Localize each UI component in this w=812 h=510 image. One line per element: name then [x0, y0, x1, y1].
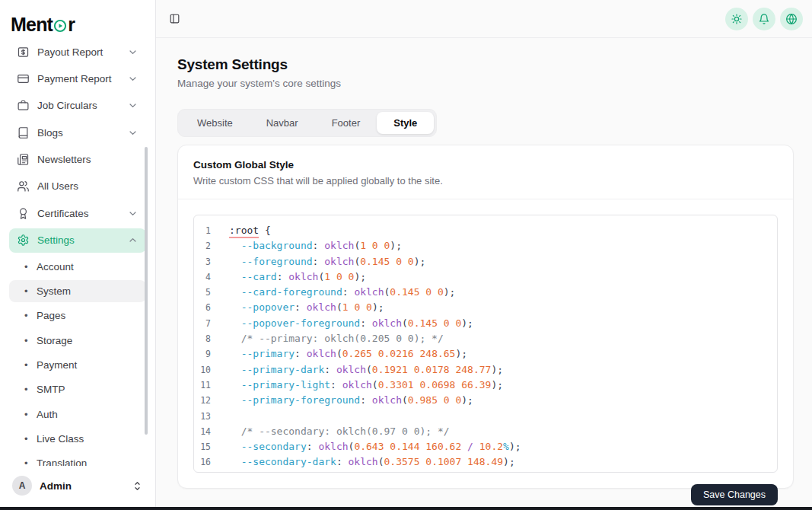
sidebar-toggle-button[interactable] [169, 13, 180, 24]
page-title: System Settings [177, 56, 794, 73]
sidebar-subitem-label: Live Class [37, 433, 84, 445]
sidebar-item-label: Certificates [37, 208, 89, 219]
code-line: 11 --primary-light: oklch(0.3301 0.0698 … [194, 378, 777, 393]
save-changes-button[interactable]: Save Changes [691, 484, 778, 505]
sun-icon [731, 13, 743, 25]
brand-name-prefix: Ment [11, 14, 53, 36]
chevron-down-icon [127, 46, 139, 58]
line-number: 14 [194, 424, 211, 439]
code-line: 13 [194, 409, 777, 424]
window-bottom-edge [0, 507, 812, 510]
code-line: 8 /* --primary: oklch(0.205 0 0); */ [194, 331, 777, 346]
sidebar-subitem-label: Storage [37, 335, 72, 346]
chevron-up-icon [127, 234, 139, 246]
tab-style[interactable]: Style [377, 112, 434, 134]
code-line: 3 --foreground: oklch(0.145 0 0); [194, 254, 777, 269]
code-line: 14 /* --secondary: oklch(0.97 0 0); */ [194, 424, 777, 439]
line-number: 10 [194, 362, 211, 378]
bullet-icon: • [24, 335, 30, 346]
award-icon [17, 207, 30, 220]
sidebar-subitem-system[interactable]: • System [9, 280, 146, 302]
code-line: 10 --primary-dark: oklch(0.1921 0.0178 2… [194, 362, 777, 378]
chevrons-up-down-icon [132, 480, 143, 492]
sidebar-item-blogs[interactable]: Blogs [9, 120, 146, 145]
bullet-icon: • [24, 433, 30, 445]
line-number: 7 [194, 316, 211, 331]
settings-submenu: • Account • System • Pages • Storage • P… [9, 256, 146, 466]
language-button[interactable] [780, 8, 803, 30]
sidebar-subitem-auth[interactable]: • Auth [9, 403, 146, 426]
sidebar-subitem-smtp[interactable]: • SMTP [9, 378, 146, 400]
sidebar-item-payout-report[interactable]: Payout Report [9, 40, 146, 64]
tab-website[interactable]: Website [180, 112, 250, 134]
newspaper-icon [17, 153, 30, 166]
code-line: 7 --popover-foreground: oklch(0.145 0 0)… [194, 316, 777, 331]
sidebar-subitem-account[interactable]: • Account [9, 256, 146, 278]
code-line: 15 --secondary: oklch(0.643 0.144 160.62… [194, 439, 777, 454]
sidebar-subitem-live-class[interactable]: • Live Class [9, 428, 146, 450]
code-line: 16 --secondary-dark: oklch(0.3575 0.1007… [194, 454, 777, 470]
sidebar-item-payment-report[interactable]: Payment Report [9, 66, 146, 91]
code-line: 5 --card-foreground: oklch(0.145 0 0); [194, 285, 777, 300]
sidebar-item-all-users[interactable]: All Users [9, 174, 146, 199]
line-number: 15 [194, 439, 211, 454]
sidebar-subitem-storage[interactable]: • Storage [9, 330, 146, 352]
card-subtitle: Write custom CSS that will be applied gl… [193, 175, 778, 186]
sidebar-item-label: All Users [37, 180, 78, 192]
sidebar-subitem-label: Auth [37, 409, 58, 420]
sidebar-subitem-payment[interactable]: • Payment [9, 354, 146, 376]
credit-card-icon [17, 72, 30, 85]
sidebar-scrollbar[interactable] [145, 147, 148, 435]
line-number: 3 [194, 254, 211, 269]
sidebar-item-label: Blogs [37, 127, 63, 139]
sidebar-subitem-translation[interactable]: • Translation [9, 452, 146, 466]
css-code-editor[interactable]: 1 :root { 2 --background: oklch(1 0 0); … [193, 215, 778, 473]
brand-logo: Ment r [0, 0, 155, 38]
sidebar-item-job-circulars[interactable]: Job Circulars [9, 94, 146, 118]
sidebar-item-newsletters[interactable]: Newsletters [9, 148, 146, 172]
sidebar-item-settings[interactable]: Settings [9, 228, 146, 253]
user-name: Admin [40, 480, 72, 492]
code-line: 1 :root { [194, 223, 777, 238]
sidebar-item-certificates[interactable]: Certificates [9, 201, 146, 225]
sidebar-subitem-pages[interactable]: • Pages [9, 304, 146, 327]
user-menu[interactable]: A Admin [0, 470, 155, 501]
tab-navbar[interactable]: Navbar [250, 112, 315, 134]
sidebar-subitem-label: Translation [37, 457, 87, 466]
bullet-icon: • [24, 384, 30, 395]
line-number: 12 [194, 393, 211, 408]
bullet-icon: • [24, 285, 30, 297]
chevron-down-icon [127, 127, 139, 139]
chevron-down-icon [127, 208, 139, 219]
panel-left-icon [169, 13, 180, 24]
custom-global-style-card: Custom Global Style Write custom CSS tha… [177, 145, 794, 489]
line-number: 16 [194, 454, 211, 470]
theme-toggle-button[interactable] [725, 8, 748, 30]
code-line: 4 --card: oklch(1 0 0); [194, 269, 777, 285]
bell-icon [758, 13, 770, 25]
sidebar-item-label: Payment Report [37, 73, 112, 84]
line-number: 4 [194, 269, 211, 285]
tab-footer[interactable]: Footer [315, 112, 377, 134]
chevron-down-icon [127, 100, 139, 111]
bullet-icon: • [24, 310, 30, 321]
code-line: 17 --secondary-light: oklch(0.95 0.052 1… [194, 470, 777, 473]
users-icon [17, 180, 30, 193]
sidebar-subitem-label: Account [37, 261, 74, 273]
sidebar-subitem-label: SMTP [37, 384, 65, 395]
line-number: 1 [194, 223, 211, 238]
sidebar: Ment r Payout Report Payment Report Job … [0, 0, 156, 507]
sidebar-item-label: Settings [37, 234, 75, 246]
settings-tabs: WebsiteNavbarFooterStyle [177, 109, 437, 137]
line-number: 6 [194, 300, 211, 315]
sidebar-nav: Payout Report Payment Report Job Circula… [0, 38, 155, 466]
sidebar-subitem-label: System [37, 285, 71, 297]
book-icon [17, 126, 30, 139]
sidebar-item-label: Newsletters [37, 154, 91, 165]
page-subtitle: Manage your system's core settings [177, 78, 794, 89]
notifications-button[interactable] [753, 8, 775, 30]
page-content: System Settings Manage your system's cor… [156, 38, 812, 489]
brand-name-suffix: r [68, 14, 75, 36]
line-number: 5 [194, 285, 211, 300]
play-circle-icon [53, 19, 67, 33]
